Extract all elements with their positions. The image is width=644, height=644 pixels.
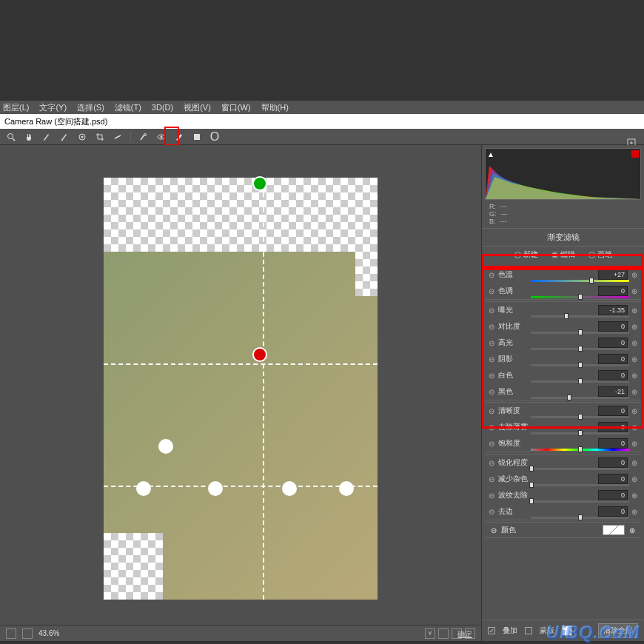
slider-thumb[interactable] <box>578 514 583 520</box>
mode-edit-radio[interactable]: 编辑 <box>551 249 575 260</box>
reset-minus-icon[interactable]: ⊖ <box>491 526 497 534</box>
gradient-pin[interactable] <box>158 439 173 454</box>
slider-value-input[interactable]: 0 <box>598 370 628 380</box>
gradient-pin-start[interactable] <box>252 176 267 191</box>
target-adjustment-tool-icon[interactable] <box>77 132 87 142</box>
gradient-pin[interactable] <box>282 481 297 496</box>
straighten-tool-icon[interactable] <box>113 132 123 142</box>
menu-text[interactable]: 文字(Y) <box>39 102 67 113</box>
reset-plus-icon[interactable]: ⊕ <box>631 423 638 432</box>
slider-track[interactable] <box>531 484 629 486</box>
slider-value-input[interactable]: 0 <box>598 506 628 517</box>
reset-minus-icon[interactable]: ⊖ <box>488 407 495 415</box>
mask-checkbox[interactable] <box>525 627 532 634</box>
zoom-level[interactable]: 43.6% <box>38 629 59 637</box>
slider-track[interactable] <box>531 315 629 318</box>
reset-minus-icon[interactable]: ⊖ <box>488 475 495 483</box>
view-mode-icon[interactable] <box>22 628 33 639</box>
reset-plus-icon[interactable]: ⊕ <box>631 407 638 415</box>
preview-mode-icon[interactable]: Y <box>425 628 435 639</box>
overlay-checkbox[interactable] <box>488 627 495 634</box>
gradient-pin[interactable] <box>208 481 223 496</box>
slider-track[interactable] <box>531 348 629 350</box>
slider-value-input[interactable]: 0 <box>598 354 628 364</box>
reset-plus-icon[interactable]: ⊕ <box>631 372 638 380</box>
reset-minus-icon[interactable]: ⊖ <box>488 355 495 363</box>
reset-minus-icon[interactable]: ⊖ <box>488 508 495 516</box>
reset-plus-icon[interactable]: ⊕ <box>631 508 638 516</box>
color-swatch[interactable] <box>603 525 625 535</box>
gradient-pin[interactable] <box>339 481 354 496</box>
slider-track[interactable] <box>531 416 629 418</box>
highlight-clipping-icon[interactable] <box>631 150 639 158</box>
spot-removal-tool-icon[interactable] <box>138 132 149 142</box>
slider-thumb[interactable] <box>578 294 583 300</box>
reset-minus-icon[interactable]: ⊖ <box>488 492 495 500</box>
gradient-guide-horizontal[interactable] <box>104 363 378 365</box>
gradient-guide-vertical[interactable] <box>263 178 264 600</box>
slider-value-input[interactable]: -21 <box>598 386 628 397</box>
slider-value-input[interactable]: 0 <box>598 338 628 348</box>
reset-minus-icon[interactable]: ⊖ <box>488 287 495 295</box>
reset-plus-icon[interactable]: ⊕ <box>631 388 638 396</box>
reset-minus-icon[interactable]: ⊖ <box>488 323 495 331</box>
slider-thumb[interactable] <box>578 446 583 452</box>
reset-plus-icon[interactable]: ⊕ <box>631 459 638 467</box>
reset-plus-icon[interactable]: ⊕ <box>631 440 638 448</box>
reset-plus-icon[interactable]: ⊕ <box>631 355 638 363</box>
slider-track[interactable] <box>531 380 629 383</box>
reset-minus-icon[interactable]: ⊖ <box>488 372 495 380</box>
slider-track[interactable] <box>531 449 629 451</box>
menu-layer[interactable]: 图层(L) <box>3 102 29 113</box>
slider-value-input[interactable]: 0 <box>598 438 628 449</box>
zoom-tool-icon[interactable] <box>6 132 16 142</box>
reset-plus-icon[interactable]: ⊕ <box>631 339 638 347</box>
mode-new-radio[interactable]: 新建 <box>514 249 538 260</box>
slider-track[interactable] <box>531 500 629 503</box>
adjustment-brush-icon[interactable] <box>174 132 184 142</box>
radial-filter-icon[interactable]: O <box>209 132 220 142</box>
menu-view[interactable]: 视图(V) <box>184 102 211 113</box>
canvas-viewport[interactable] <box>0 145 481 625</box>
slider-value-input[interactable]: 0 <box>598 422 628 432</box>
slider-track[interactable] <box>531 517 629 519</box>
histogram[interactable]: ▲ <box>485 148 641 200</box>
workflow-options-link[interactable]: 确定 <box>457 629 472 640</box>
reset-minus-icon[interactable]: ⊖ <box>488 339 495 347</box>
reset-minus-icon[interactable]: ⊖ <box>488 271 495 279</box>
reset-minus-icon[interactable]: ⊖ <box>488 440 495 448</box>
reset-plus-icon[interactable]: ⊕ <box>631 475 638 483</box>
slider-value-input[interactable]: 0 <box>598 490 628 500</box>
reset-plus-icon[interactable]: ⊕ <box>629 526 635 534</box>
reset-minus-icon[interactable]: ⊖ <box>488 388 495 396</box>
reset-plus-icon[interactable]: ⊕ <box>631 306 638 315</box>
slider-track[interactable] <box>531 280 629 282</box>
slider-value-input[interactable]: 0 <box>598 474 628 484</box>
reset-plus-icon[interactable]: ⊕ <box>631 271 638 279</box>
red-eye-tool-icon[interactable] <box>156 132 167 142</box>
slider-value-input[interactable]: 0 <box>598 406 628 416</box>
white-balance-tool-icon[interactable] <box>41 132 52 142</box>
slider-track[interactable] <box>531 432 629 435</box>
slider-value-input[interactable]: +27 <box>598 269 628 280</box>
hand-tool-icon[interactable] <box>24 132 34 142</box>
reset-minus-icon[interactable]: ⊖ <box>488 306 495 315</box>
slider-value-input[interactable]: -1.35 <box>598 305 628 315</box>
gradient-pin[interactable] <box>136 481 151 496</box>
reset-plus-icon[interactable]: ⊕ <box>631 323 638 331</box>
crop-tool-icon[interactable] <box>95 132 105 142</box>
slider-value-input[interactable]: 0 <box>598 321 628 332</box>
slider-thumb[interactable] <box>567 395 571 400</box>
shadow-clipping-icon[interactable]: ▲ <box>487 150 494 158</box>
slider-track[interactable] <box>531 332 629 334</box>
menu-select[interactable]: 选择(S) <box>77 102 104 113</box>
reset-plus-icon[interactable]: ⊕ <box>631 287 638 295</box>
mask-color-swatch[interactable] <box>562 625 572 636</box>
view-mode-icon[interactable] <box>6 628 16 639</box>
clear-all-button[interactable]: 清除全部 <box>598 623 638 638</box>
mode-brush-radio[interactable]: 画笔 <box>588 249 612 260</box>
reset-minus-icon[interactable]: ⊖ <box>488 423 495 432</box>
reset-plus-icon[interactable]: ⊕ <box>631 492 638 500</box>
slider-track[interactable] <box>531 468 629 470</box>
slider-track[interactable] <box>531 397 629 399</box>
